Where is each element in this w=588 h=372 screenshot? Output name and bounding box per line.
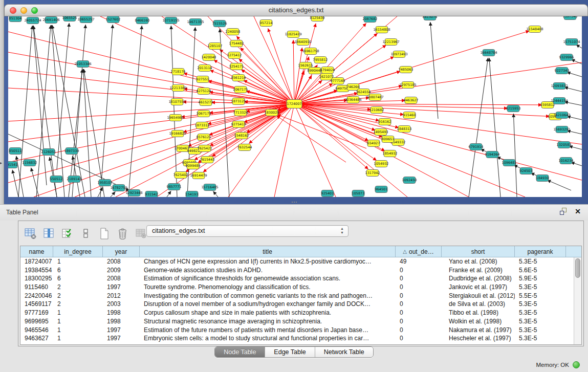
table-cell[interactable]: 1: [53, 317, 103, 326]
column-header-name[interactable]: name: [20, 246, 53, 257]
column-header-pagerank[interactable]: pagerank: [515, 246, 566, 257]
table-cell[interactable]: 5.3E-5: [515, 309, 566, 317]
table-cell[interactable]: 0: [396, 309, 442, 317]
table-cell[interactable]: 14569117: [20, 300, 53, 309]
table-cell[interactable]: Estimation of significance thresholds fo…: [140, 274, 396, 283]
float-panel-icon[interactable]: [560, 208, 568, 215]
table-cell[interactable]: 9777169: [20, 309, 53, 317]
table-cell[interactable]: Structural magnetic resonance image aver…: [140, 317, 396, 326]
table-cell[interactable]: Dudbridge et al. (2008): [442, 274, 515, 283]
table-cell[interactable]: 2: [53, 283, 103, 292]
table-cell[interactable]: Wolkin et al. (1998): [442, 317, 515, 326]
table-cell[interactable]: 1997: [103, 326, 140, 335]
table-cell[interactable]: 2012: [103, 292, 140, 300]
table-cell[interactable]: 18724007: [20, 257, 53, 266]
table-cell[interactable]: Tibbo et al. (1998): [442, 309, 515, 317]
table-cell[interactable]: 1: [53, 326, 103, 335]
table-cell[interactable]: 5.6E-5: [515, 266, 566, 275]
close-panel-icon[interactable]: ✕: [575, 208, 581, 215]
zoom-window-icon[interactable]: [31, 7, 38, 14]
table-cell[interactable]: 2008: [103, 274, 140, 283]
table-cell[interactable]: Corpus callosum shape and size in male p…: [140, 309, 396, 317]
column-header-in-degree[interactable]: in_degree: [53, 246, 103, 257]
table-cell[interactable]: 2009: [103, 266, 140, 275]
table-cell[interactable]: 5.3E-5: [515, 334, 566, 343]
table-cell[interactable]: Genome-wide association studies in ADHD.: [140, 266, 396, 275]
minimize-window-icon[interactable]: [20, 7, 27, 14]
table-cell[interactable]: 5.3E-5: [515, 326, 566, 335]
table-cell[interactable]: 9699695: [20, 317, 53, 326]
table-cell[interactable]: 1997: [103, 283, 140, 292]
table-cell[interactable]: 1: [53, 334, 103, 343]
column-header-title[interactable]: title: [140, 246, 396, 257]
table-cell[interactable]: 2: [53, 292, 103, 300]
table-cell[interactable]: Yano et al. (2008): [442, 257, 515, 266]
network-canvas[interactable]: 1724007271817612213389181075531965498519…: [8, 16, 582, 197]
table-cell[interactable]: Franke et al. (2009): [442, 266, 515, 275]
expand-arrow-icon[interactable]: ▸: [0, 161, 2, 165]
table-cell[interactable]: Jankovic et al. (1997): [442, 283, 515, 292]
table-cell[interactable]: 2008: [103, 257, 140, 266]
network-window-titlebar[interactable]: citations_edges.txt: [4, 4, 588, 16]
table-row[interactable]: 969969511998Structural magnetic resonanc…: [20, 317, 574, 326]
table-cell[interactable]: 22420046: [20, 292, 53, 300]
table-cell[interactable]: 0: [396, 274, 442, 283]
tab-node-table[interactable]: Node Table: [215, 347, 265, 357]
table-cell[interactable]: 6: [53, 274, 103, 283]
table-cell[interactable]: 5.5E-5: [515, 292, 566, 300]
table-cell[interactable]: 0: [396, 292, 442, 300]
table-cell[interactable]: 0: [396, 326, 442, 335]
table-cell[interactable]: 18300295: [20, 274, 53, 283]
table-cell[interactable]: de Silva et al. (2003): [442, 300, 515, 309]
table-row[interactable]: 1872400712008Changes of HCN gene express…: [20, 257, 574, 266]
table-cell[interactable]: 5.3E-5: [515, 317, 566, 326]
table-cell[interactable]: 5.3E-5: [515, 257, 566, 266]
table-cell[interactable]: 0: [396, 266, 442, 275]
table-cell[interactable]: 6: [53, 266, 103, 275]
table-cell[interactable]: 1998: [103, 317, 140, 326]
create-table-icon[interactable]: [97, 227, 111, 240]
vertical-scrollbar[interactable]: [574, 257, 581, 344]
table-cell[interactable]: 9463627: [20, 334, 53, 343]
memory-status-indicator[interactable]: [573, 361, 580, 368]
table-row[interactable]: 946362711997Embryonic stem cells: a mode…: [20, 334, 574, 343]
tab-edge-table[interactable]: Edge Table: [265, 347, 315, 357]
table-cell[interactable]: Estimation of the future numbers of pati…: [140, 326, 396, 335]
table-cell[interactable]: Nakamura et al. (1997): [442, 326, 515, 335]
table-cell[interactable]: 0: [396, 317, 442, 326]
scrollbar-thumb[interactable]: [575, 258, 580, 278]
table-cell[interactable]: 1997: [103, 334, 140, 343]
table-cell[interactable]: Hescheler et al. (1997): [442, 334, 515, 343]
select-columns-icon[interactable]: [60, 227, 74, 240]
table-row[interactable]: 977716911998Corpus callosum shape and si…: [20, 309, 574, 317]
table-cell[interactable]: 19384554: [20, 266, 53, 275]
table-row[interactable]: 1456911722003Disruption of a novel membe…: [20, 300, 574, 309]
table-cell[interactable]: Disruption of a novel member of a sodium…: [140, 300, 396, 309]
table-cell[interactable]: 2: [53, 300, 103, 309]
table-cell[interactable]: 0: [396, 300, 442, 309]
table-cell[interactable]: Tourette syndrome. Phenomenology and cla…: [140, 283, 396, 292]
table-cell[interactable]: 1: [53, 257, 103, 266]
table-cell[interactable]: Embryonic stem cells: a model to study s…: [140, 334, 396, 343]
table-cell[interactable]: 1998: [103, 309, 140, 317]
tab-network-table[interactable]: Network Table: [315, 347, 373, 357]
column-header-short[interactable]: short: [442, 246, 515, 257]
table-row[interactable]: 1830029562008Estimation of significance …: [20, 274, 574, 283]
table-cell[interactable]: 1: [53, 309, 103, 317]
table-row[interactable]: 1938455462009Genome-wide association stu…: [20, 266, 574, 275]
table-cell[interactable]: Stergiakouli et al. (2012): [442, 292, 515, 300]
table-cell[interactable]: 5.9E-5: [515, 274, 566, 283]
table-select-dropdown[interactable]: citations_edges.txt ▲ ▼: [146, 225, 349, 237]
table-row[interactable]: 911546021997Tourette syndrome. Phenomeno…: [20, 283, 574, 292]
table-cell[interactable]: 9465546: [20, 326, 53, 335]
table-cell[interactable]: 5.3E-5: [515, 300, 566, 309]
collapsed-panel-strip[interactable]: ▸: [0, 0, 4, 204]
table-row[interactable]: 946554611997Estimation of the future num…: [20, 326, 574, 335]
table-cell[interactable]: 5.3E-5: [515, 283, 566, 292]
table-cell[interactable]: 49: [396, 257, 442, 266]
table-options-icon[interactable]: [24, 227, 37, 240]
table-cell[interactable]: Investigating the contribution of common…: [140, 292, 396, 300]
table-cell[interactable]: 9115460: [20, 283, 53, 292]
table-row[interactable]: 2242004622012Investigating the contribut…: [20, 292, 574, 300]
table-cell[interactable]: Changes of HCN gene expression and I(f) …: [140, 257, 396, 266]
